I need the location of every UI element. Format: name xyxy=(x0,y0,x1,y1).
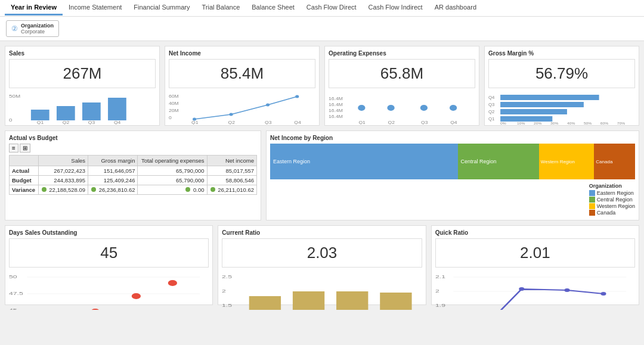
row-actual-opex: 65,790,000 xyxy=(138,166,207,176)
svg-text:0: 0 xyxy=(9,117,12,123)
legend-label-western: Western Region xyxy=(597,203,635,209)
region-central: Central Region xyxy=(458,144,538,179)
svg-point-29 xyxy=(450,105,457,111)
kpi-dso-chart: 50 47.5 45 42.5 40 xyxy=(9,271,209,301)
kpi-sales-chart: 50M 0 Q1 Q2 Q3 Q4 xyxy=(9,92,156,122)
mid-row: Actual vs Budget ≡ ⊞ Sales Gross margin … xyxy=(5,130,639,220)
kpi-gross-margin: Gross Margin % 56.79% Q4 Q3 Q2 Q1 0% 10% xyxy=(484,46,639,126)
kpi-quick-ratio-title: Quick Ratio xyxy=(435,229,635,236)
ab-rows-btn[interactable]: ≡ xyxy=(9,144,18,153)
svg-text:50: 50 xyxy=(9,274,17,279)
region-eastern: Eastern Region xyxy=(270,144,458,179)
svg-rect-75 xyxy=(293,291,324,310)
filter-bar: ② Organization Corporate xyxy=(0,17,644,41)
svg-text:0%: 0% xyxy=(500,121,506,125)
kpi-net-income-value: 85.4M xyxy=(169,59,315,88)
legend-item-canada: Canada xyxy=(589,210,635,216)
variance-dot xyxy=(210,187,215,192)
filter-icon: ② xyxy=(11,24,18,33)
legend: Organization Eastern Region Central Regi… xyxy=(589,183,635,216)
svg-text:16.4M: 16.4M xyxy=(329,108,343,113)
svg-text:1.9: 1.9 xyxy=(435,303,445,308)
ab-cols-btn[interactable]: ⊞ xyxy=(20,144,30,153)
row-budget-gross: 125,409,246 xyxy=(88,176,138,185)
region-legend: Organization Eastern Region Central Regi… xyxy=(270,183,635,216)
svg-rect-74 xyxy=(249,296,281,310)
svg-point-16 xyxy=(266,104,270,107)
table-row: Variance 22,188,528.09 26,236,810.62 0.0… xyxy=(10,185,257,195)
region-bar: Eastern Region Central Region Western Re… xyxy=(270,144,635,179)
ab-controls: ≡ ⊞ xyxy=(9,144,257,153)
table-row: Actual 267,022,423 151,646,057 65,790,00… xyxy=(10,166,257,176)
svg-text:40M: 40M xyxy=(169,101,179,106)
row-variance-opex: 0.00 xyxy=(138,185,207,195)
actual-budget-title: Actual vs Budget xyxy=(9,135,257,141)
row-actual-gross: 151,646,057 xyxy=(88,166,138,176)
region-canada: Canada xyxy=(594,144,635,179)
col-header-gross: Gross margin xyxy=(88,156,138,166)
svg-text:47.5: 47.5 xyxy=(9,291,23,296)
svg-point-27 xyxy=(387,105,394,111)
svg-text:70%: 70% xyxy=(617,121,626,125)
svg-text:16.4M: 16.4M xyxy=(329,114,343,119)
kpi-quick-ratio-value: 2.01 xyxy=(435,238,635,268)
kpi-sales: Sales 267M 50M 0 Q1 Q2 Q3 Q4 xyxy=(5,46,160,126)
row-variance-label: Variance xyxy=(10,185,39,195)
legend-label-eastern: Eastern Region xyxy=(597,190,634,196)
svg-rect-3 xyxy=(57,106,75,120)
svg-point-61 xyxy=(91,309,100,310)
svg-rect-39 xyxy=(500,102,584,107)
kpi-net-income: Net Income 85.4M 60M 40M 20M 0 Q1 Q2 Q3 xyxy=(165,46,320,126)
svg-point-26 xyxy=(358,105,365,111)
legend-label-canada: Canada xyxy=(597,210,616,216)
tab-cash-flow-indirect[interactable]: Cash Flow Indirect xyxy=(363,1,429,15)
svg-text:16.4M: 16.4M xyxy=(329,97,343,101)
kpi-current-ratio-chart: 2.5 2 1.5 1 0.5 0 Q1 Q2 Q3 Q4 xyxy=(222,271,422,301)
svg-text:2.1: 2.1 xyxy=(435,274,445,279)
kpi-gross-margin-title: Gross Margin % xyxy=(488,50,635,57)
tab-financial-summary[interactable]: Financial Summary xyxy=(128,1,196,15)
kpi-gross-margin-value: 56.79% xyxy=(488,59,635,88)
net-income-region-card: Net Income by Region Eastern Region Cent… xyxy=(266,130,639,220)
tab-balance-sheet[interactable]: Balance Sheet xyxy=(246,1,301,15)
svg-point-17 xyxy=(295,95,299,98)
kpi-sales-value: 267M xyxy=(9,59,156,88)
svg-text:60M: 60M xyxy=(169,94,179,99)
svg-rect-5 xyxy=(108,98,126,120)
variance-dot xyxy=(91,187,96,192)
legend-color-western xyxy=(589,203,595,209)
tab-cash-flow-direct[interactable]: Cash Flow Direct xyxy=(301,1,363,15)
col-header-sales: Sales xyxy=(38,156,88,166)
svg-text:2: 2 xyxy=(222,288,226,294)
svg-text:Q4: Q4 xyxy=(294,120,301,125)
svg-text:Q3: Q3 xyxy=(88,120,95,125)
tab-year-in-review[interactable]: Year in Review xyxy=(5,1,63,15)
svg-rect-40 xyxy=(500,109,567,114)
svg-text:1.5: 1.5 xyxy=(222,303,232,308)
kpi-opex: Operating Expenses 65.8M 16.4M 16.4M 16.… xyxy=(324,46,479,126)
actual-budget-table: Sales Gross margin Total operating expen… xyxy=(9,155,257,195)
kpi-sales-title: Sales xyxy=(9,50,156,57)
svg-point-63 xyxy=(168,280,177,286)
svg-text:10%: 10% xyxy=(517,121,525,125)
table-row: Budget 244,833,895 125,409,246 65,790,00… xyxy=(10,176,257,185)
tab-income-statement[interactable]: Income Statement xyxy=(63,1,128,15)
svg-text:20M: 20M xyxy=(169,108,179,113)
legend-item-central: Central Region xyxy=(589,197,635,203)
svg-text:Q2: Q2 xyxy=(488,109,494,114)
tab-ar-dashboard[interactable]: AR dashboard xyxy=(429,1,482,15)
region-title: Net Income by Region xyxy=(270,135,635,141)
svg-text:20%: 20% xyxy=(534,121,542,125)
svg-text:Q4: Q4 xyxy=(114,120,121,125)
legend-color-canada xyxy=(589,210,595,216)
tab-trial-balance[interactable]: Trial Balance xyxy=(196,1,246,15)
legend-label-central: Central Region xyxy=(597,197,633,203)
col-header-label xyxy=(10,156,39,166)
svg-text:Q2: Q2 xyxy=(388,120,395,125)
svg-rect-38 xyxy=(500,95,599,100)
svg-text:40%: 40% xyxy=(567,121,575,125)
svg-text:Q4: Q4 xyxy=(488,95,494,100)
kpi-quick-ratio: Quick Ratio 2.01 2.1 2 1.9 1.8 1.7 xyxy=(431,225,639,305)
legend-title: Organization xyxy=(589,183,635,189)
filter-box[interactable]: ② Organization Corporate xyxy=(6,20,59,37)
